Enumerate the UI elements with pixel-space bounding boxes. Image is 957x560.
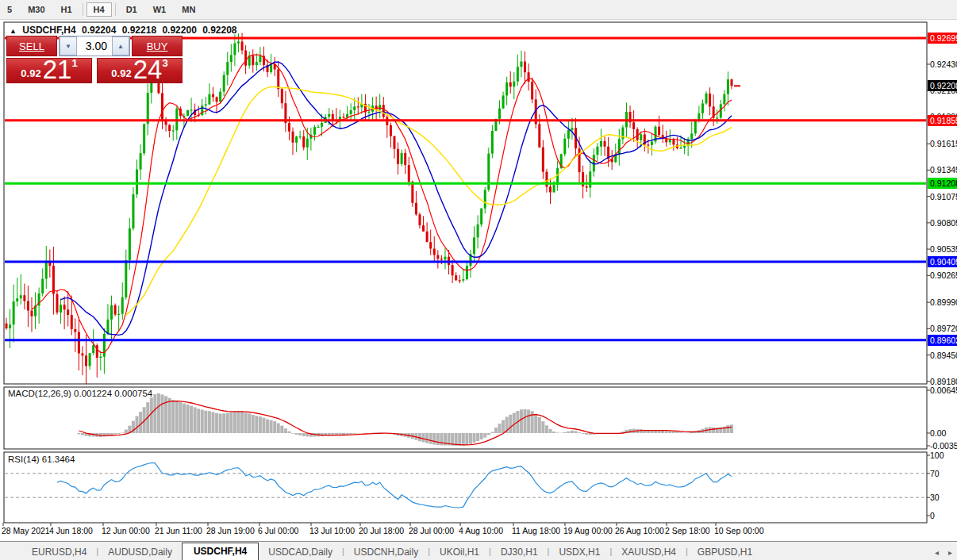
- buy-price-display[interactable]: 0.92 24 3: [97, 58, 183, 83]
- price-axis-tick: 0.91075: [930, 192, 957, 201]
- price-axis-tick: 0.89180: [930, 377, 957, 386]
- sell-price-big: 21: [43, 58, 72, 82]
- chart-tab-usdx[interactable]: USDX,H1: [549, 544, 609, 560]
- chart-tab-bar: EURUSD,H4|AUDUSD,DailyUSDCHF,H4USDCAD,Da…: [0, 541, 957, 560]
- buy-price-big: 24: [133, 58, 163, 82]
- sell-button[interactable]: SELL: [6, 36, 57, 56]
- date-axis-label: 2 Sep 18:00: [665, 526, 710, 535]
- chart-tab-usdcnh[interactable]: USDCNH,Daily: [344, 544, 428, 560]
- rsi-label: RSI(14) 61.3464: [8, 455, 75, 464]
- price-axis-tick: 0.92430: [930, 59, 957, 69]
- rsi-axis-tick: 70: [930, 469, 940, 478]
- date-axis-label: 21 Jun 11:00: [155, 526, 202, 535]
- title-low: 0.92200: [162, 25, 196, 36]
- title-symbol: USDCHF,H4: [22, 25, 75, 36]
- price-axis-tick: 0.89990: [930, 297, 957, 307]
- macd-axis-tick: -0.00350: [930, 441, 957, 451]
- buy-button[interactable]: BUY: [132, 36, 183, 56]
- level-price-badge: 0.90405: [928, 256, 957, 267]
- volume-increase-icon[interactable]: ▲: [112, 36, 129, 56]
- chart-tab-eurusd[interactable]: EURUSD,H4: [22, 544, 96, 560]
- tab-scroll-nav: ◂ ▸: [935, 548, 952, 557]
- collapse-chart-icon[interactable]: ▲: [10, 27, 17, 35]
- volume-spinner: ▼ 3.00 ▲: [59, 36, 130, 56]
- current-price-badge: 0.92208: [928, 80, 957, 91]
- price-axis-tick: 0.90805: [930, 218, 957, 228]
- price-axis-tick: 0.89720: [930, 324, 957, 333]
- date-axis-label: 4 Jun 18:00: [49, 526, 93, 535]
- sell-price-sup: 1: [71, 57, 77, 69]
- date-axis-label: 13 Jul 10:00: [309, 526, 355, 535]
- macd-axis-tick: 0.00: [930, 428, 946, 438]
- macd-label: MACD(12,26,9) 0.001224 0.000754: [8, 389, 152, 398]
- price-axis-tick: 0.89450: [930, 351, 957, 360]
- price-axis-tick: 0.91345: [930, 165, 957, 175]
- rsi-axis-tick: 100: [930, 451, 944, 460]
- price-axis-tick: 0.91615: [930, 139, 957, 148]
- date-axis-label: 28 Jun 19:00: [206, 526, 255, 535]
- chart-tab-usdcad[interactable]: USDCAD,Daily: [259, 544, 342, 560]
- level-price-badge: 0.92699: [928, 33, 957, 44]
- buy-price-sup: 3: [162, 57, 167, 69]
- volume-input[interactable]: 3.00: [77, 36, 112, 56]
- level-price-badge: 0.89602: [928, 335, 957, 346]
- chart-tab-usdchf[interactable]: USDCHF,H4: [182, 543, 259, 560]
- level-price-badge: 0.91855: [928, 115, 957, 126]
- tab-scroll-left-icon[interactable]: ◂: [935, 548, 939, 557]
- title-high: 0.92218: [122, 25, 156, 36]
- chart-tab-gbpusd[interactable]: GBPUSD,H1: [688, 544, 762, 560]
- macd-axis-tick: 0.006451: [930, 385, 957, 395]
- buy-price-prefix: 0.92: [111, 67, 131, 79]
- date-axis-label: 4 Aug 10:00: [459, 526, 503, 535]
- sell-price-display[interactable]: 0.92 21 1: [6, 58, 92, 83]
- chart-tab-dj30[interactable]: DJ30,H1: [491, 544, 548, 560]
- date-axis-label: 11 Aug 18:00: [512, 526, 560, 535]
- title-open: 0.92204: [82, 25, 116, 36]
- chart-tab-ukoil[interactable]: UKOil,H1: [430, 544, 489, 560]
- mt4-window: 5M30H1H4D1W1MN ▲ USDCHF,H4 0.92204 0.922…: [0, 0, 957, 560]
- date-axis-label: 19 Aug 00:00: [563, 526, 613, 535]
- chart-tab-audusd[interactable]: AUDUSD,Daily: [98, 544, 182, 560]
- date-axis-label: 28 Jul 00:00: [409, 526, 454, 535]
- chart-title: ▲ USDCHF,H4 0.92204 0.92218 0.92200 0.92…: [10, 25, 240, 36]
- title-close: 0.92208: [202, 25, 236, 36]
- sell-price-prefix: 0.92: [21, 67, 40, 79]
- date-axis-label: 12 Jun 00:00: [102, 526, 150, 535]
- rsi-axis-tick: 0: [930, 511, 935, 520]
- date-axis-label: 6 Jul 00:00: [258, 526, 298, 535]
- rsi-axis-tick: 30: [930, 493, 940, 502]
- price-axis-tick: 0.90265: [930, 270, 957, 280]
- level-price-badge: 0.91208: [928, 178, 957, 189]
- chart-tab-xauusd[interactable]: XAUUSD,H4: [612, 544, 686, 560]
- date-axis-label: 26 Aug 10:00: [615, 526, 664, 535]
- date-axis-label: 28 May 2021: [2, 526, 50, 535]
- date-axis-label: 20 Jul 18:00: [359, 526, 404, 535]
- one-click-trading-panel: SELL ▼ 3.00 ▲ BUY 0.92 21 1 0.92 24 3: [6, 36, 183, 83]
- volume-decrease-icon[interactable]: ▼: [60, 36, 77, 56]
- price-axis-tick: 0.90535: [930, 244, 957, 254]
- date-axis-label: 10 Sep 00:00: [714, 526, 763, 535]
- tab-scroll-right-icon[interactable]: ▸: [948, 548, 952, 557]
